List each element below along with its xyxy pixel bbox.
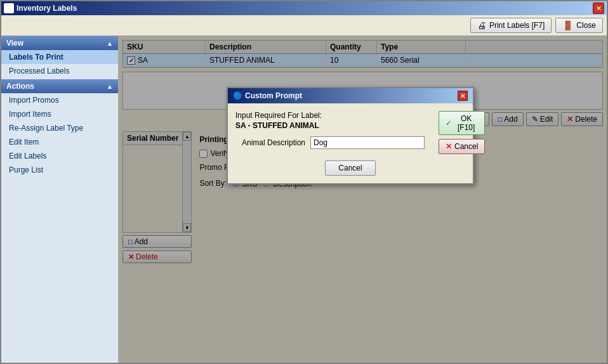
dialog-left: Input Required For Label: SA - STUFFED A…	[235, 111, 425, 154]
ok-check-icon: ✓	[446, 119, 452, 127]
sidebar-item-processed-labels[interactable]: Processed Labels	[1, 64, 118, 78]
main-content: View ▲ Labels To Print Processed Labels …	[1, 36, 607, 363]
sidebar-item-edit-labels[interactable]: Edit Labels	[1, 149, 118, 163]
window-close-button[interactable]: ✕	[593, 3, 604, 14]
print-labels-button[interactable]: 🖨 Print Labels [F7]	[470, 18, 552, 33]
content-area: SKU Description Quantity Type SA STUFFED…	[119, 36, 607, 363]
sidebar-item-reassign-label[interactable]: Re-Assign Label Type	[1, 121, 118, 135]
dialog-animal-input[interactable]	[310, 136, 425, 149]
dialog-input-required-text: Input Required For Label:	[235, 111, 425, 120]
dialog-cancel-button[interactable]: ✕ Cancel	[439, 139, 485, 154]
dialog-content-row: Input Required For Label: SA - STUFFED A…	[235, 111, 465, 154]
close-icon: 🚪	[562, 20, 573, 30]
sidebar-item-import-promos[interactable]: Import Promos	[1, 93, 118, 107]
cancel-x-icon: ✕	[446, 142, 452, 151]
dialog-body: Input Required For Label: SA - STUFFED A…	[228, 103, 473, 183]
dialog-ok-button[interactable]: ✓ OK [F10]	[439, 111, 485, 135]
window-icon: 🏷	[4, 3, 14, 13]
main-window: 🏷 Inventory Labels ✕ 🖨 Print Labels [F7]…	[0, 0, 608, 364]
actions-section: Actions ▲ Import Promos Import Items Re-…	[1, 79, 118, 177]
printer-icon: 🖨	[477, 20, 486, 30]
dialog-title-bar: 🔵 Custom Prompt ✕	[228, 88, 473, 103]
dialog-icon: 🔵	[233, 91, 242, 100]
view-section: View ▲ Labels To Print Processed Labels	[1, 36, 118, 78]
sidebar: View ▲ Labels To Print Processed Labels …	[1, 36, 119, 363]
sidebar-item-purge-list[interactable]: Purge List	[1, 163, 118, 177]
close-button[interactable]: 🚪 Close	[555, 18, 603, 33]
dialog-close-button[interactable]: ✕	[458, 91, 468, 101]
view-section-header[interactable]: View ▲	[1, 36, 118, 50]
custom-prompt-dialog: 🔵 Custom Prompt ✕ Input Required For Lab…	[227, 87, 474, 185]
dialog-cancel-bottom-row: Cancel	[235, 160, 465, 176]
dialog-cancel-bottom-button[interactable]: Cancel	[325, 160, 375, 176]
dialog-title-content: 🔵 Custom Prompt	[233, 91, 302, 100]
sidebar-item-edit-item[interactable]: Edit Item	[1, 135, 118, 149]
title-bar: 🏷 Inventory Labels ✕	[1, 1, 607, 15]
dialog-item-name: SA - STUFFED ANIMAL	[235, 121, 425, 130]
window-title: Inventory Labels	[17, 4, 593, 13]
dialog-animal-label: Animal Description	[235, 138, 305, 147]
sidebar-item-labels-to-print[interactable]: Labels To Print	[1, 50, 118, 64]
dialog-field-row: Animal Description	[235, 136, 425, 149]
actions-section-header[interactable]: Actions ▲	[1, 79, 118, 93]
dialog-overlay: 🔵 Custom Prompt ✕ Input Required For Lab…	[119, 36, 607, 363]
sidebar-item-import-items[interactable]: Import Items	[1, 107, 118, 121]
actions-chevron-icon: ▲	[107, 83, 113, 90]
dialog-buttons: ✓ OK [F10] ✕ Cancel	[439, 111, 485, 154]
toolbar: 🖨 Print Labels [F7] 🚪 Close	[1, 15, 607, 36]
view-chevron-icon: ▲	[107, 40, 113, 47]
